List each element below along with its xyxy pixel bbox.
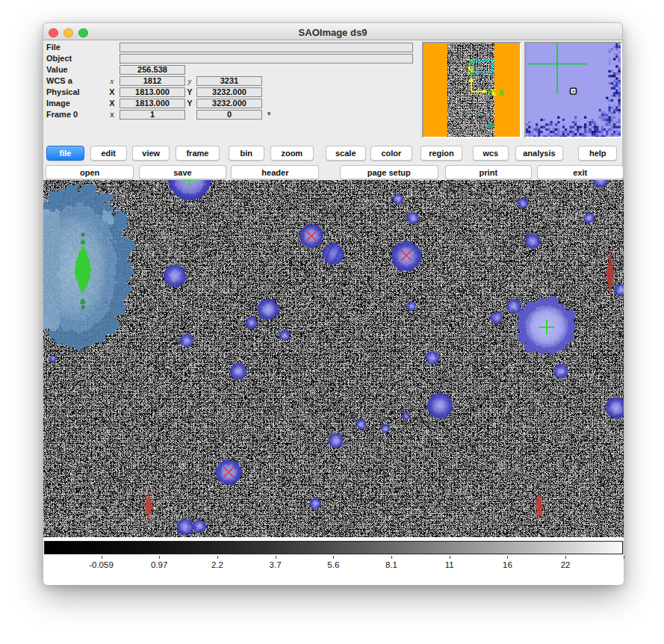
svg-text:X: X [499,89,504,97]
svg-text:E: E [491,89,497,97]
svg-text:N: N [468,66,473,74]
